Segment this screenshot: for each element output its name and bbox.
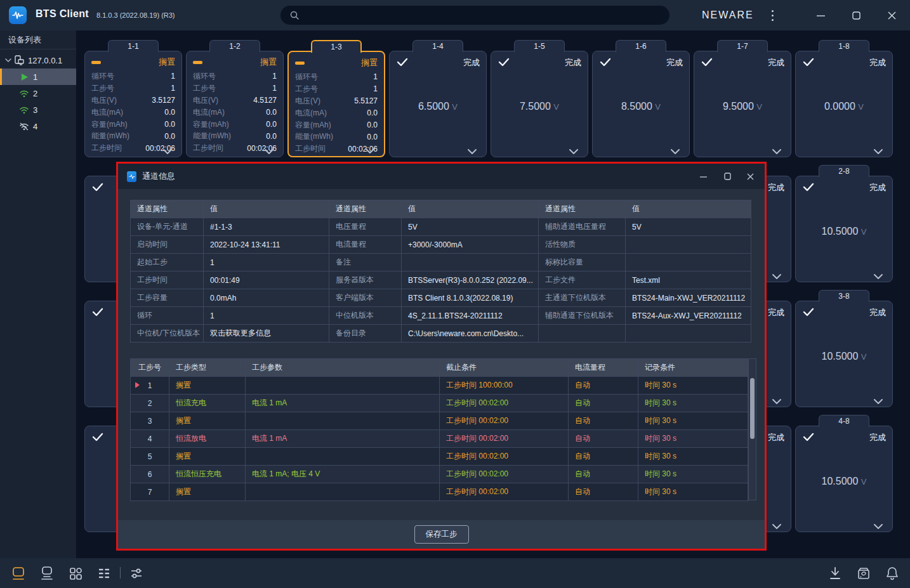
search-box[interactable] [280,6,669,25]
sidebar-item-unit-3[interactable]: 3 [0,101,76,118]
save-step-button[interactable]: 保存工步 [414,525,469,544]
channel-tab-label: 1-6 [635,42,646,51]
search-input[interactable] [305,11,647,20]
grid-view-button[interactable] [67,565,84,582]
channel-card-3-8[interactable]: 3-8 完成 10.5000 V [795,301,893,407]
channel-card-1-2[interactable]: 1-2 搁置 循环号1 工步号1 电压(V)4.5127 电流(mA)0.0 容… [186,51,284,157]
channel-tab[interactable]: 4-8 [819,415,869,427]
expand-chevron-icon[interactable] [873,523,883,530]
channel-card-2-8[interactable]: 2-8 完成 10.5000 V [795,176,893,282]
channel-tab[interactable]: 1-5 [514,40,565,52]
channel-card-1-5[interactable]: 1-5 完成 7.5000 V [491,51,588,157]
voltage-readout: 10.5000 V [796,351,892,362]
voltage-readout: 7.5000 V [491,101,588,112]
step-row[interactable]: 3 搁置 工步时间 00:02:00自动时间 30 s [131,412,748,430]
channel-card-4-8[interactable]: 4-8 完成 10.5000 V [795,426,893,532]
col-header: 值 [402,200,539,218]
sidebar-item-unit-4[interactable]: 4 [0,118,76,134]
field-label: 循环号 [295,72,318,82]
step-table-scrollbar[interactable] [748,358,756,500]
expand-chevron-icon[interactable] [569,148,579,155]
channel-card-1-8[interactable]: 1-8 完成 0.0000 V [795,51,893,157]
close-button[interactable] [883,8,900,23]
field-label: 容量(mAh) [295,120,331,131]
check-icon [92,433,103,441]
overflow-menu-button[interactable] [767,8,778,23]
chevron-down-icon[interactable] [5,57,11,63]
channel-tab[interactable]: 1-3 [311,40,362,53]
check-icon [701,58,713,67]
channel-card-1-7[interactable]: 1-7 完成 9.5000 V [694,51,791,157]
filter-settings-button[interactable] [128,565,145,582]
channel-card-1-6[interactable]: 1-6 完成 8.5000 V [592,51,690,157]
channel-tab[interactable]: 1-7 [717,40,768,52]
field-value: 0.0 [164,132,175,141]
channel-tab[interactable]: 1-1 [108,40,159,52]
dialog-close-button[interactable] [742,170,758,183]
channel-detail-rows: 循环号1 工步号1 电压(V)3.5127 电流(mA)0.0 容量(mAh)0… [91,70,175,154]
maximize-button[interactable] [848,8,864,23]
channel-card-1-4[interactable]: 1-4 完成 6.5000 V [389,51,487,157]
rest-dash-icon [193,61,202,64]
expand-chevron-icon[interactable] [873,148,883,155]
col-header: 值 [626,200,751,218]
step-row[interactable]: 6 恒流恒压充电电流 1 mA; 电压 4 V 工步时间 00:02:00自动时… [131,466,748,483]
expand-chevron-icon[interactable] [365,148,375,154]
expand-chevron-icon[interactable] [873,273,883,280]
channel-tab-label: 4-8 [838,417,849,426]
field-value: 1 [171,72,175,81]
notifications-button[interactable] [884,565,900,582]
property-row: 工步时间00:01:49服务器版本BTSServer(R3)-8.0.0.252… [131,271,751,289]
col-header: 电流量程 [569,359,638,377]
scrollbar-thumb[interactable] [750,378,755,439]
sidebar-item-unit-1[interactable]: 1 [0,69,76,85]
status-label: 完成 [768,182,784,193]
step-row[interactable]: 7 搁置 工步时间 00:02:00自动时间 30 s [131,483,748,501]
dialog-minimize-button[interactable] [695,170,711,183]
unit-label: 1 [33,72,37,82]
step-row[interactable]: 4 恒流放电电流 1 mA 工步时间 00:02:00自动时间 30 s [131,430,748,448]
step-row-active[interactable]: 1 搁置 工步时间 100:00:00自动时间 30 s [131,377,748,395]
expand-chevron-icon[interactable] [467,148,477,155]
unit-view-icon [40,566,54,581]
channel-tab[interactable]: 1-6 [616,40,666,52]
field-value: 5.5127 [354,96,378,105]
col-header: 工步类型 [169,359,246,377]
dialog-maximize-button[interactable] [719,170,735,183]
channel-tab[interactable]: 1-8 [819,40,869,52]
channel-tab[interactable]: 2-8 [819,165,869,177]
expand-chevron-icon[interactable] [264,148,274,155]
expand-chevron-icon[interactable] [772,148,782,155]
channel-tab[interactable]: 3-8 [819,290,869,302]
device-view-button[interactable] [10,565,27,582]
channel-tab[interactable]: 1-2 [209,40,260,52]
download-button[interactable] [827,565,843,582]
backup-button[interactable] [855,565,872,582]
voltage-readout: 6.5000 V [390,101,486,112]
minimize-button[interactable] [812,8,829,23]
status-label: 完成 [768,307,784,318]
field-value: 0.0 [367,133,378,141]
field-label: 循环号 [91,71,114,82]
expand-chevron-icon[interactable] [162,148,173,155]
step-row[interactable]: 5 搁置 工步时间 00:02:00自动时间 30 s [131,448,748,466]
expand-chevron-icon[interactable] [772,398,782,405]
status-label: 完成 [768,432,784,443]
channel-card-1-1[interactable]: 1-1 搁置 循环号1 工步号1 电压(V)3.5127 电流(mA)0.0 容… [84,51,182,157]
expand-chevron-icon[interactable] [772,523,782,530]
voltage-readout: 10.5000 V [796,226,892,237]
expand-chevron-icon[interactable] [772,273,782,280]
channel-card-1-3-selected[interactable]: 1-3 搁置 循环号1 工步号1 电压(V)5.5127 电流(mA)0.0 容… [287,51,385,157]
unit-view-button[interactable] [39,565,55,582]
sidebar-item-unit-2[interactable]: 2 [0,85,76,101]
sidebar-header: 设备列表 [0,30,76,49]
channel-tab[interactable]: 1-4 [412,40,463,52]
list-view-button[interactable] [96,565,112,582]
step-row[interactable]: 2 恒流充电电流 1 mA 工步时间 00:02:00自动时间 30 s [131,395,748,412]
property-row: 设备-单元-通道#1-1-3电压量程5V辅助通道电压量程5V [131,218,751,236]
check-icon [92,183,103,192]
status-label: 完成 [869,432,886,443]
expand-chevron-icon[interactable] [873,398,883,405]
expand-chevron-icon[interactable] [670,148,680,155]
device-node[interactable]: 127.0.0.1 [0,52,76,69]
